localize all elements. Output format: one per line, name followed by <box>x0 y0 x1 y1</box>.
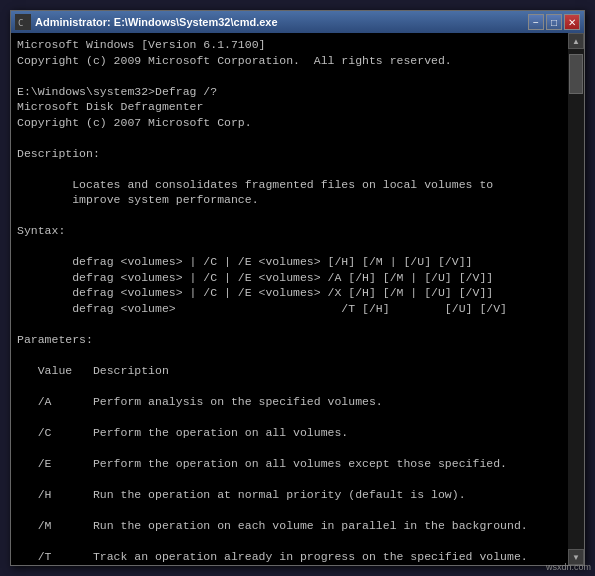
cmd-line: defrag <volumes> | /C | /E <volumes> /X … <box>17 285 562 301</box>
cmd-line <box>17 378 562 394</box>
scroll-thumb[interactable] <box>569 54 583 94</box>
scroll-track[interactable] <box>568 49 584 549</box>
cmd-line: Locates and consolidates fragmented file… <box>17 177 562 193</box>
watermark: wsxdn.com <box>546 562 591 572</box>
title-bar: C Administrator: E:\Windows\System32\cmd… <box>11 11 584 33</box>
cmd-line <box>17 409 562 425</box>
title-bar-buttons: − □ ✕ <box>528 14 580 30</box>
cmd-line <box>17 68 562 84</box>
cmd-line <box>17 440 562 456</box>
cmd-line <box>17 161 562 177</box>
cmd-line: /A Perform analysis on the specified vol… <box>17 394 562 410</box>
cmd-line: /H Run the operation at normal priority … <box>17 487 562 503</box>
cmd-line: /C Perform the operation on all volumes. <box>17 425 562 441</box>
title-bar-left: C Administrator: E:\Windows\System32\cmd… <box>15 14 278 30</box>
cmd-line: Parameters: <box>17 332 562 348</box>
cmd-line: Description: <box>17 146 562 162</box>
cmd-line <box>17 502 562 518</box>
window-title: Administrator: E:\Windows\System32\cmd.e… <box>35 16 278 28</box>
cmd-line <box>17 347 562 363</box>
cmd-line: Copyright (c) 2007 Microsoft Corp. <box>17 115 562 131</box>
cmd-line: E:\Windows\system32>Defrag /? <box>17 84 562 100</box>
svg-text:C: C <box>18 18 23 28</box>
close-button[interactable]: ✕ <box>564 14 580 30</box>
cmd-line <box>17 208 562 224</box>
minimize-button[interactable]: − <box>528 14 544 30</box>
cmd-line: Microsoft Windows [Version 6.1.7100] <box>17 37 562 53</box>
cmd-line: defrag <volumes> | /C | /E <volumes> [/H… <box>17 254 562 270</box>
maximize-button[interactable]: □ <box>546 14 562 30</box>
cmd-line: defrag <volumes> | /C | /E <volumes> /A … <box>17 270 562 286</box>
cmd-body: Microsoft Windows [Version 6.1.7100]Copy… <box>11 33 584 565</box>
scrollbar[interactable]: ▲ ▼ <box>568 33 584 565</box>
cmd-content[interactable]: Microsoft Windows [Version 6.1.7100]Copy… <box>11 33 568 565</box>
cmd-icon: C <box>15 14 31 30</box>
cmd-line: Microsoft Disk Defragmenter <box>17 99 562 115</box>
cmd-line <box>17 239 562 255</box>
cmd-line <box>17 316 562 332</box>
cmd-line: Copyright (c) 2009 Microsoft Corporation… <box>17 53 562 69</box>
cmd-line <box>17 471 562 487</box>
cmd-line: defrag <volume> /T [/H] [/U] [/V] <box>17 301 562 317</box>
cmd-line: /E Perform the operation on all volumes … <box>17 456 562 472</box>
cmd-line: Syntax: <box>17 223 562 239</box>
cmd-line: improve system performance. <box>17 192 562 208</box>
cmd-window: C Administrator: E:\Windows\System32\cmd… <box>10 10 585 566</box>
cmd-line <box>17 534 562 550</box>
cmd-line: /T Track an operation already in progres… <box>17 549 562 565</box>
cmd-line: /M Run the operation on each volume in p… <box>17 518 562 534</box>
cmd-line: Value Description <box>17 363 562 379</box>
cmd-line <box>17 130 562 146</box>
scroll-up-arrow[interactable]: ▲ <box>568 33 584 49</box>
